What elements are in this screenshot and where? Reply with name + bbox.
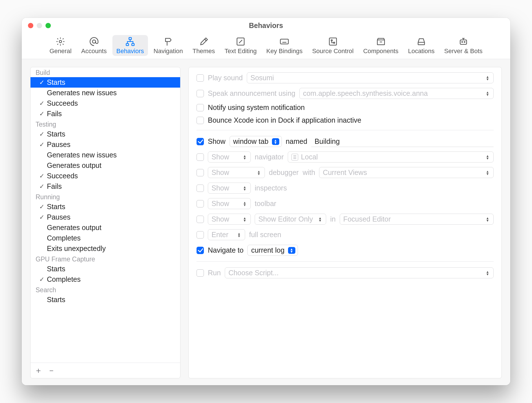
- debugger-checkbox[interactable]: [197, 169, 204, 176]
- svg-rect-4: [132, 44, 134, 46]
- sidebar-item-label: Generates new issues: [47, 151, 117, 159]
- speak-checkbox[interactable]: [197, 90, 204, 97]
- sidebar-item-running-output[interactable]: Generates output: [30, 222, 180, 233]
- navigator-value-select[interactable]: Local ▴▾: [288, 151, 494, 162]
- debugger-value-select[interactable]: Current Views ▴▾: [319, 167, 494, 178]
- editor-row: Show ▴▾ Show Editor Only ▴▾ in Focused E…: [197, 214, 494, 225]
- fullscreen-action-select[interactable]: Enter ▴▾: [208, 229, 245, 240]
- speak-voice-select[interactable]: com.apple.speech.synthesis.voice.anna ▴▾: [299, 88, 494, 99]
- toolbar-label: toolbar: [255, 200, 276, 208]
- speak-row: Speak announcement using com.apple.speec…: [197, 88, 494, 99]
- debugger-action-select[interactable]: Show ▴▾: [208, 167, 265, 178]
- sidebar-item-label: Completes: [47, 275, 81, 283]
- chevron-updown-icon: ▴▾: [484, 90, 491, 97]
- divider: [197, 130, 494, 130]
- show-tab-row: Show window tab ▴▾ named Building: [197, 136, 494, 147]
- sidebar-item-label: Generates output: [47, 224, 101, 232]
- sidebar-item-running-pauses[interactable]: ✓Pauses: [30, 212, 180, 222]
- tab-general[interactable]: General: [45, 35, 75, 56]
- tab-label: Accounts: [81, 47, 107, 55]
- editor-mode-select[interactable]: Show Editor Only ▴▾: [255, 214, 326, 225]
- pencil-square-icon: [236, 37, 245, 46]
- editor-checkbox[interactable]: [197, 216, 204, 223]
- tab-themes[interactable]: Themes: [189, 35, 219, 56]
- inspectors-action-select[interactable]: Show ▴▾: [208, 183, 251, 194]
- robot-icon: [459, 37, 468, 46]
- svg-rect-3: [126, 44, 129, 46]
- notify-checkbox[interactable]: [197, 104, 204, 111]
- editor-target-select[interactable]: Focused Editor ▴▾: [340, 214, 494, 225]
- navigator-row: Show ▴▾ navigator Local ▴▾: [197, 151, 494, 162]
- sidebar-item-label: Fails: [47, 182, 62, 190]
- tab-name-field[interactable]: Building: [311, 136, 494, 147]
- preferences-toolbar: General Accounts Behaviors Navigation Th…: [22, 33, 510, 59]
- tab-server-bots[interactable]: Server & Bots: [440, 35, 487, 56]
- sidebar-item-gpu-completes[interactable]: ✓Completes: [30, 274, 180, 285]
- navigate-target-select[interactable]: current log ▴▾: [247, 245, 298, 256]
- chevron-updown-icon: ▴▾: [484, 270, 491, 276]
- tab-behaviors[interactable]: Behaviors: [112, 35, 148, 56]
- sidebar-item-testing-succeeds[interactable]: ✓Succeeds: [30, 171, 180, 181]
- debugger-label: debugger: [269, 168, 299, 177]
- sidebar-item-testing-output[interactable]: Generates output: [30, 160, 180, 171]
- run-script-select[interactable]: Choose Script... ▴▾: [225, 267, 494, 278]
- sidebar-item-gpu-starts[interactable]: Starts: [30, 264, 180, 274]
- show-tab-checkbox[interactable]: [197, 138, 204, 145]
- remove-behavior-button[interactable]: －: [47, 365, 55, 376]
- sidebar-item-testing-starts[interactable]: ✓Starts: [30, 129, 180, 139]
- debugger-row: Show ▴▾ debugger with Current Views ▴▾: [197, 167, 494, 178]
- navigate-checkbox[interactable]: [197, 247, 204, 254]
- tab-locations[interactable]: Locations: [404, 35, 439, 56]
- play-sound-select[interactable]: Sosumi ▴▾: [247, 72, 494, 83]
- navigator-action-select[interactable]: Show ▴▾: [208, 151, 251, 162]
- sidebar-item-testing-fails[interactable]: ✓Fails: [30, 181, 180, 192]
- run-checkbox[interactable]: [197, 269, 204, 277]
- sidebar-item-running-exits[interactable]: Exits unexpectedly: [30, 243, 180, 254]
- chevron-updown-icon: ▴▾: [272, 138, 279, 145]
- fullscreen-checkbox[interactable]: [197, 231, 204, 239]
- sidebar-item-build-fails[interactable]: ✓Fails: [30, 109, 180, 119]
- sidebar-item-label: Completes: [47, 234, 81, 242]
- sidebar-item-testing-issues[interactable]: Generates new issues: [30, 150, 180, 160]
- inspectors-checkbox[interactable]: [197, 185, 204, 192]
- show-tab-select[interactable]: window tab ▴▾: [230, 136, 282, 147]
- svg-point-1: [92, 40, 95, 43]
- toolbar-checkbox[interactable]: [197, 200, 204, 207]
- sidebar-item-build-succeeds[interactable]: ✓Succeeds: [30, 98, 180, 109]
- tab-source-control[interactable]: Source Control: [308, 35, 357, 56]
- check-icon: ✓: [39, 214, 45, 221]
- sidebar-header-search: Search: [30, 285, 180, 294]
- select-value: window tab: [233, 137, 269, 146]
- select-value: Show: [212, 168, 229, 177]
- bounce-checkbox[interactable]: [197, 117, 204, 124]
- tab-navigation[interactable]: Navigation: [150, 35, 187, 56]
- tab-components[interactable]: Components: [359, 35, 402, 56]
- run-label: Run: [208, 269, 221, 277]
- run-row: Run Choose Script... ▴▾: [197, 267, 494, 278]
- tab-accounts[interactable]: Accounts: [77, 35, 111, 56]
- sidebar-item-build-issues[interactable]: Generates new issues: [30, 88, 180, 98]
- select-value: Show: [212, 184, 229, 192]
- chevron-updown-icon: ▴▾: [484, 169, 491, 176]
- sidebar-item-running-starts[interactable]: ✓Starts: [30, 201, 180, 212]
- sidebar-item-search-starts[interactable]: Starts: [30, 294, 180, 305]
- toolbar-action-select[interactable]: Show ▴▾: [208, 198, 251, 209]
- add-behavior-button[interactable]: ＋: [34, 365, 42, 376]
- at-icon: [89, 37, 99, 46]
- play-sound-checkbox[interactable]: [197, 74, 204, 82]
- behaviors-list[interactable]: Build ✓Starts Generates new issues ✓Succ…: [30, 67, 180, 363]
- editor-action-select[interactable]: Show ▴▾: [208, 214, 251, 225]
- sidebar-item-label: Starts: [47, 265, 65, 273]
- tab-label: Locations: [408, 47, 435, 55]
- sidebar-item-label: Pauses: [47, 213, 70, 221]
- navigator-checkbox[interactable]: [197, 153, 204, 161]
- svg-rect-11: [460, 40, 467, 44]
- tab-text-editing[interactable]: Text Editing: [221, 35, 261, 56]
- chevron-updown-icon: ▴▾: [484, 216, 491, 223]
- gear-icon: [56, 37, 65, 46]
- sidebar-item-build-starts[interactable]: ✓Starts: [30, 77, 180, 88]
- sidebar-item-testing-pauses[interactable]: ✓Pauses: [30, 139, 180, 150]
- in-label: in: [330, 215, 335, 223]
- sidebar-item-running-completes[interactable]: Completes: [30, 233, 180, 243]
- tab-key-bindings[interactable]: Key Bindings: [262, 35, 306, 56]
